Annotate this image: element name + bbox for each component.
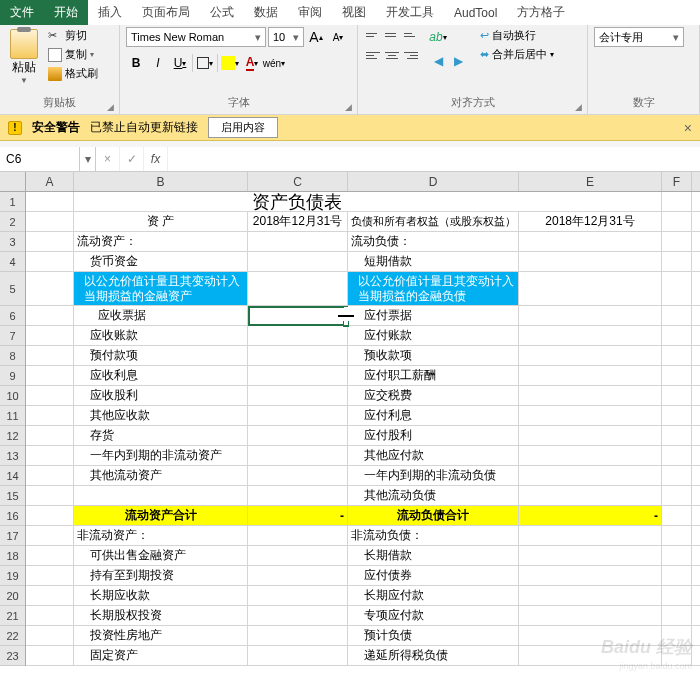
align-left-button[interactable]	[364, 47, 382, 63]
cell[interactable]: 应收票据	[74, 306, 248, 325]
cell[interactable]: 预付款项	[74, 346, 248, 365]
tab-review[interactable]: 审阅	[288, 0, 332, 25]
cell[interactable]: 非流动负债：	[348, 526, 519, 545]
font-launcher[interactable]: ◢	[345, 102, 355, 112]
cell[interactable]: 应收股利	[74, 386, 248, 405]
row-header[interactable]: 6	[0, 306, 25, 326]
col-header-b[interactable]: B	[74, 172, 248, 191]
align-right-button[interactable]	[402, 47, 420, 63]
cell[interactable]: 非流动资产：	[74, 526, 248, 545]
align-launcher[interactable]: ◢	[575, 102, 585, 112]
tab-file[interactable]: 文件	[0, 0, 44, 25]
row-header[interactable]: 11	[0, 406, 25, 426]
increase-font-button[interactable]: A▴	[306, 27, 326, 47]
cell[interactable]: 应收利息	[74, 366, 248, 385]
cell[interactable]: 其他应收款	[74, 406, 248, 425]
col-header-a[interactable]: A	[26, 172, 74, 191]
cell[interactable]: 流动负债合计	[348, 506, 519, 525]
row-header[interactable]: 3	[0, 232, 25, 252]
font-name-combo[interactable]: Times New Roman▾	[126, 27, 266, 47]
tab-data[interactable]: 数据	[244, 0, 288, 25]
cell[interactable]: 长期应收款	[74, 586, 248, 605]
cell[interactable]: 长期应付款	[348, 586, 519, 605]
row-header[interactable]: 5	[0, 272, 25, 306]
col-header-f[interactable]: F	[662, 172, 692, 191]
row-header[interactable]: 4	[0, 252, 25, 272]
cell[interactable]: 其他应付款	[348, 446, 519, 465]
row-header[interactable]: 23	[0, 646, 25, 666]
tab-dev[interactable]: 开发工具	[376, 0, 444, 25]
cell[interactable]: -	[519, 506, 662, 525]
cell[interactable]: 应付债券	[348, 566, 519, 585]
format-painter-button[interactable]: 格式刷	[46, 65, 100, 82]
cell[interactable]: 可供出售金融资产	[74, 546, 248, 565]
increase-indent-button[interactable]: ▶	[448, 51, 468, 71]
align-top-button[interactable]	[364, 27, 382, 43]
row-header[interactable]: 15	[0, 486, 25, 506]
font-color-button[interactable]: A▾	[242, 53, 262, 73]
fx-button[interactable]: fx	[144, 147, 168, 171]
cell[interactable]: 资产负债表	[74, 192, 519, 211]
copy-button[interactable]: 复制 ▾	[46, 46, 100, 63]
cell[interactable]: 一年内到期的非流动负债	[348, 466, 519, 485]
col-header-d[interactable]: D	[348, 172, 519, 191]
row-header[interactable]: 1	[0, 192, 25, 212]
row-header[interactable]: 20	[0, 586, 25, 606]
tab-layout[interactable]: 页面布局	[132, 0, 200, 25]
font-size-combo[interactable]: 10▾	[268, 27, 304, 47]
tab-audtool[interactable]: AudTool	[444, 0, 507, 25]
row-header[interactable]: 19	[0, 566, 25, 586]
tab-view[interactable]: 视图	[332, 0, 376, 25]
row-header[interactable]: 9	[0, 366, 25, 386]
col-header-c[interactable]: C	[248, 172, 348, 191]
cell[interactable]: 预收款项	[348, 346, 519, 365]
cell[interactable]: 应付票据	[348, 306, 519, 325]
decrease-indent-button[interactable]: ◀	[428, 51, 448, 71]
row-header[interactable]: 17	[0, 526, 25, 546]
cell[interactable]: 2018年12月31号	[519, 212, 662, 231]
tab-formula[interactable]: 公式	[200, 0, 244, 25]
cell[interactable]: 其他流动资产	[74, 466, 248, 485]
tab-insert[interactable]: 插入	[88, 0, 132, 25]
cell[interactable]: 货币资金	[74, 252, 248, 271]
cell[interactable]: 应付职工薪酬	[348, 366, 519, 385]
cell[interactable]: 持有至到期投资	[74, 566, 248, 585]
clipboard-launcher[interactable]: ◢	[107, 102, 117, 112]
row-header[interactable]: 14	[0, 466, 25, 486]
cell[interactable]: 递延所得税负债	[348, 646, 519, 665]
cell[interactable]: 短期借款	[348, 252, 519, 271]
cell[interactable]: 其他流动负债	[348, 486, 519, 505]
italic-button[interactable]: I	[148, 53, 168, 73]
row-header[interactable]: 21	[0, 606, 25, 626]
tab-home[interactable]: 开始	[44, 0, 88, 25]
bold-button[interactable]: B	[126, 53, 146, 73]
cell[interactable]: 专项应付款	[348, 606, 519, 625]
align-center-button[interactable]	[383, 47, 401, 63]
decrease-font-button[interactable]: A▾	[328, 27, 348, 47]
cell[interactable]: 一年内到期的非流动资产	[74, 446, 248, 465]
wrap-text-button[interactable]: ↩自动换行	[478, 27, 556, 44]
close-icon[interactable]: ×	[684, 120, 692, 136]
cells-area[interactable]: 资产负债表 资 产2018年12月31号负债和所有者权益（或股东权益）2018年…	[26, 192, 700, 666]
row-header[interactable]: 8	[0, 346, 25, 366]
paste-button[interactable]: 粘贴 ▼	[6, 27, 42, 87]
cell[interactable]: 应付股利	[348, 426, 519, 445]
cell[interactable]: 长期股权投资	[74, 606, 248, 625]
row-header[interactable]: 10	[0, 386, 25, 406]
cut-button[interactable]: ✂剪切	[46, 27, 100, 44]
row-header[interactable]: 18	[0, 546, 25, 566]
cell[interactable]: 应交税费	[348, 386, 519, 405]
cancel-formula-button[interactable]: ×	[96, 147, 120, 171]
align-bottom-button[interactable]	[402, 27, 420, 43]
cell[interactable]: 以公允价值计量且其变动计入当期损益的金融负债	[348, 272, 519, 305]
cell[interactable]: -	[248, 506, 348, 525]
orientation-button[interactable]: ab▾	[428, 27, 448, 47]
fill-color-button[interactable]: ▾	[220, 53, 240, 73]
cell[interactable]: 预计负债	[348, 626, 519, 645]
cell[interactable]: 固定资产	[74, 646, 248, 665]
cell[interactable]: 资 产	[74, 212, 248, 231]
cell[interactable]: 应收账款	[74, 326, 248, 345]
cell[interactable]: 负债和所有者权益（或股东权益）	[348, 212, 519, 231]
row-header[interactable]: 16	[0, 506, 25, 526]
cell[interactable]: 投资性房地产	[74, 626, 248, 645]
